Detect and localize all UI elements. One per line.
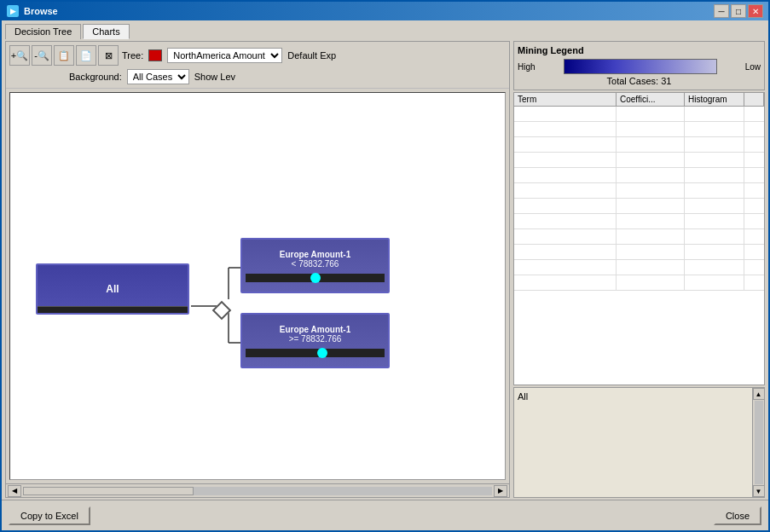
title-bar: ▶ Browse ─ □ ✕ xyxy=(2,2,768,20)
col-histogram: Histogram xyxy=(685,93,744,106)
left-panel: +🔍 -🔍 📋 📄 ⊠ Tree: NorthAmerica Amount De… xyxy=(5,41,510,498)
main-content: +🔍 -🔍 📋 📄 ⊠ Tree: NorthAmerica Amount De… xyxy=(2,39,768,500)
tree-label: Tree: xyxy=(122,50,143,61)
node-top-line1: Europe Amount-1 xyxy=(280,250,351,259)
legend-low-label: Low xyxy=(745,62,761,72)
info-content: All xyxy=(518,391,528,402)
node-all-bar xyxy=(38,306,188,313)
col-coeffici: Coeffici... xyxy=(617,93,685,106)
right-panel: Mining Legend High Low Total Cases: 31 T… xyxy=(513,41,765,498)
node-bottom-line2: >= 78832.766 xyxy=(289,334,342,344)
node-bottom-dot xyxy=(317,348,327,358)
node-top-bar xyxy=(246,274,385,282)
minimize-button[interactable]: ─ xyxy=(714,4,729,18)
legend-gradient-row: High Low xyxy=(518,59,761,74)
info-scroll-track[interactable] xyxy=(755,401,763,484)
restore-button[interactable]: □ xyxy=(731,4,746,18)
copy-to-excel-button[interactable]: Copy to Excel xyxy=(9,506,90,525)
zoom-out-button[interactable]: -🔍 xyxy=(32,45,52,66)
background-select[interactable]: All Cases xyxy=(127,69,189,84)
copy-button[interactable]: 📋 xyxy=(54,45,74,66)
window-title: Browse xyxy=(24,6,58,16)
node-all-label: All xyxy=(106,283,119,295)
info-scroll-up[interactable]: ▲ xyxy=(753,388,765,400)
default-exp-label: Default Exp xyxy=(287,50,336,61)
col-term: Term xyxy=(514,93,617,106)
node-branch-bottom[interactable]: Europe Amount-1 >= 78832.766 xyxy=(240,313,390,368)
toolbar-section: +🔍 -🔍 📋 📄 ⊠ Tree: NorthAmerica Amount De… xyxy=(6,42,509,89)
tabs-area: Decision Tree Charts xyxy=(2,20,768,39)
scroll-track[interactable] xyxy=(23,487,492,495)
scroll-right-button[interactable]: ▶ xyxy=(494,485,507,497)
info-box: All ▲ ▼ xyxy=(513,387,765,498)
legend-total: Total Cases: 31 xyxy=(518,76,761,86)
horizontal-scrollbar: ◀ ▶ xyxy=(6,483,509,497)
node-bottom-bar xyxy=(246,349,385,357)
node-branch-top[interactable]: Europe Amount-1 < 78832.766 xyxy=(240,238,390,293)
tree-area: All Europe Amount-1 < 78832.766 xyxy=(9,92,506,480)
legend-gradient xyxy=(564,59,717,74)
info-scroll-down[interactable]: ▼ xyxy=(753,485,765,497)
col-extra xyxy=(744,93,764,106)
zoom-in-button[interactable]: +🔍 xyxy=(9,45,30,66)
info-scrollbar: ▲ ▼ xyxy=(752,388,764,497)
scroll-left-button[interactable]: ◀ xyxy=(8,485,21,497)
legend-high-label: High xyxy=(518,62,536,72)
table-rows xyxy=(514,107,764,385)
close-button[interactable]: Close xyxy=(714,506,761,525)
node-diamond xyxy=(212,301,232,321)
legend-title: Mining Legend xyxy=(518,45,761,55)
scroll-thumb[interactable] xyxy=(23,487,194,495)
browse-window: ▶ Browse ─ □ ✕ Decision Tree Charts +🔍 xyxy=(0,0,770,532)
legend-table: Term Coeffici... Histogram xyxy=(513,92,765,385)
close-window-button[interactable]: ✕ xyxy=(748,4,763,18)
node-top-line2: < 78832.766 xyxy=(292,259,339,269)
toolbar-icons: +🔍 -🔍 📋 📄 ⊠ xyxy=(9,45,119,66)
node-all[interactable]: All xyxy=(36,263,189,315)
tree-select[interactable]: NorthAmerica Amount xyxy=(167,48,282,63)
window-icon: ▶ xyxy=(7,5,19,17)
title-buttons: ─ □ ✕ xyxy=(714,4,763,18)
tab-decision-tree[interactable]: Decision Tree xyxy=(5,24,81,39)
fit-button[interactable]: ⊠ xyxy=(98,45,119,66)
background-label: Background: xyxy=(69,72,122,82)
tree-color-box xyxy=(148,49,162,61)
paste-button[interactable]: 📄 xyxy=(76,45,96,66)
tree-canvas: All Europe Amount-1 < 78832.766 xyxy=(10,93,505,479)
bottom-bar: Copy to Excel Close xyxy=(2,500,768,530)
node-bottom-line1: Europe Amount-1 xyxy=(280,325,351,334)
table-header: Term Coeffici... Histogram xyxy=(514,93,764,107)
title-bar-left: ▶ Browse xyxy=(7,5,58,17)
node-top-dot xyxy=(310,273,321,283)
tab-charts[interactable]: Charts xyxy=(83,24,129,39)
mining-legend: Mining Legend High Low Total Cases: 31 xyxy=(513,41,765,90)
show-lev-label: Show Lev xyxy=(194,72,235,82)
